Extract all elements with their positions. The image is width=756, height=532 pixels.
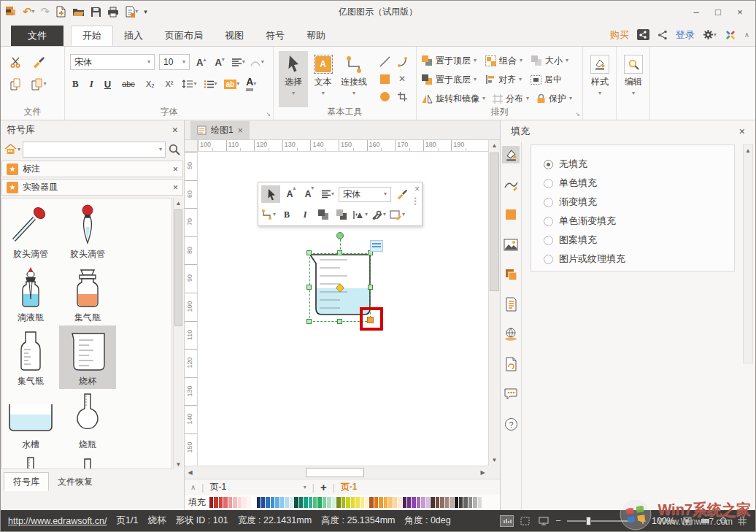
color-swatch[interactable]	[257, 497, 261, 508]
tab-file[interactable]: 文件	[11, 26, 63, 46]
font-dialog-launcher-icon[interactable]: ↘	[266, 111, 271, 117]
fill-option[interactable]: 图片或纹理填充	[544, 250, 734, 269]
select-tool-button[interactable]: 选择▾	[279, 51, 308, 107]
canvas-vertical-scrollbar[interactable]: ▲ ▼	[488, 140, 500, 466]
help-tab-icon[interactable]: ?	[502, 415, 520, 433]
subscript-button[interactable]: X₂	[144, 80, 157, 88]
selection-handle-e[interactable]	[368, 285, 373, 290]
bottom-tab-file-recovery[interactable]: 文件恢复	[49, 472, 101, 491]
tab-page-layout[interactable]: 页面布局	[154, 26, 214, 46]
send-to-back-button[interactable]: 置于底层▾	[422, 74, 477, 86]
mini-shape-style-icon[interactable]: ▾	[390, 206, 405, 223]
comment-tab-icon[interactable]	[502, 385, 520, 403]
mini-connector-icon[interactable]: ▾	[261, 206, 276, 223]
color-swatch[interactable]	[228, 497, 232, 508]
fill-option[interactable]: 无填充	[544, 155, 734, 174]
color-swatch[interactable]	[403, 497, 406, 508]
save-icon[interactable]	[90, 7, 101, 18]
center-button[interactable]: 居中	[531, 74, 562, 86]
font-size-select[interactable]: 10▾	[159, 54, 190, 70]
color-swatch[interactable]	[332, 497, 336, 508]
document-tab-close-icon[interactable]: ×	[238, 126, 243, 136]
symbol-beaker-selected[interactable]: 烧杯	[59, 325, 116, 389]
fit-page-icon[interactable]	[681, 516, 693, 526]
color-swatch[interactable]	[468, 497, 472, 508]
fill-option[interactable]: 单色渐变填充	[544, 212, 734, 231]
symbol-gas-bottle-plain[interactable]: 集气瓶	[2, 325, 59, 389]
color-swatch[interactable]	[478, 497, 482, 508]
page-view-icon[interactable]	[519, 516, 531, 526]
section-annotation-close-icon[interactable]: ×	[173, 164, 178, 174]
superscript-button[interactable]: X²	[163, 80, 175, 88]
underline-button[interactable]: U	[102, 79, 113, 90]
radio-icon[interactable]	[544, 217, 553, 226]
mini-size-icon[interactable]: ▾	[352, 206, 368, 223]
text-tool-button[interactable]: A 文本▾	[308, 51, 337, 107]
color-swatch[interactable]	[313, 497, 317, 508]
hyperlink-tab-icon[interactable]	[502, 325, 520, 343]
picture-tab-icon[interactable]	[502, 236, 520, 253]
undo-icon[interactable]: ↶▾	[23, 5, 35, 18]
text-highlight-icon[interactable]: ab▾	[224, 80, 240, 89]
line-tool-icon[interactable]	[376, 53, 393, 70]
attachment-tab-icon[interactable]	[502, 355, 520, 373]
scroll-up-icon[interactable]: ▲	[489, 140, 500, 151]
radio-icon[interactable]	[544, 179, 553, 188]
group-button[interactable]: 组合▾	[485, 55, 522, 67]
color-swatch[interactable]	[426, 497, 430, 508]
document-tab[interactable]: 绘图1 ×	[190, 121, 250, 139]
scroll-right-icon[interactable]: ▶	[477, 466, 488, 479]
mini-toolbar-grip[interactable]: •••	[413, 197, 417, 206]
color-swatch[interactable]	[346, 497, 350, 508]
format-painter-icon[interactable]	[29, 53, 48, 72]
mini-send-back-icon[interactable]	[334, 206, 349, 223]
rotation-handle[interactable]	[336, 232, 344, 239]
color-swatch[interactable]	[384, 497, 387, 508]
print-icon[interactable]	[107, 7, 119, 18]
scroll-up-icon[interactable]: ▲	[174, 198, 183, 208]
color-swatch[interactable]	[450, 497, 453, 508]
color-swatch[interactable]	[336, 497, 340, 508]
color-swatch[interactable]	[342, 497, 345, 508]
canvas-horizontal-scrollbar[interactable]: ◀ ▶	[185, 466, 488, 479]
tab-symbols[interactable]: 符号	[255, 26, 296, 46]
italic-button[interactable]: I	[88, 78, 96, 90]
color-swatch[interactable]	[459, 497, 463, 508]
bring-to-front-button[interactable]: 置于顶层▾	[422, 55, 477, 67]
color-swatch[interactable]	[440, 497, 444, 508]
copy-icon[interactable]	[6, 74, 25, 93]
arc-tool-icon[interactable]	[393, 53, 411, 70]
grow-font-button[interactable]: A▴	[194, 57, 208, 68]
font-color-icon[interactable]: A▾	[246, 77, 256, 90]
paste-icon[interactable]: ▾	[29, 74, 48, 93]
collapse-ribbon-icon[interactable]: ∧	[744, 31, 749, 39]
align-button[interactable]: 对齐▾	[485, 74, 522, 86]
color-swatch[interactable]	[209, 497, 213, 508]
redo-icon[interactable]: ↷	[41, 5, 50, 18]
selection-handle-se-highlighted[interactable]	[367, 317, 374, 323]
settings-gear-icon[interactable]: ▾	[703, 29, 717, 40]
theme-pinwheel-icon[interactable]	[725, 29, 736, 41]
color-swatch[interactable]	[294, 497, 298, 508]
symbol-round-flask[interactable]: 烧瓶	[59, 389, 116, 452]
color-swatch[interactable]	[360, 497, 364, 508]
radio-icon[interactable]	[544, 198, 553, 207]
color-swatch[interactable]	[266, 497, 269, 508]
line-spacing-icon[interactable]: ▾	[182, 79, 196, 89]
fill-option[interactable]: 图案填充	[544, 231, 734, 250]
share-icon[interactable]	[657, 30, 668, 40]
mini-font-family-select[interactable]: 宋体▾	[339, 187, 391, 202]
color-swatch[interactable]	[398, 497, 401, 508]
protect-button[interactable]: 保护▾	[536, 93, 572, 105]
color-swatch[interactable]	[393, 497, 397, 508]
fill-panel-close-icon[interactable]: ×	[739, 126, 745, 137]
shape-note-icon[interactable]	[370, 240, 383, 252]
symbol-dropper-vertical[interactable]: 胶头滴管	[59, 198, 116, 262]
mini-bold-icon[interactable]: B	[279, 206, 294, 223]
color-swatch[interactable]	[445, 497, 449, 508]
color-swatch[interactable]	[252, 497, 255, 508]
customize-qat-icon[interactable]: ▾	[144, 9, 147, 15]
color-swatch[interactable]	[247, 497, 251, 508]
close-button[interactable]: ×	[729, 4, 751, 20]
edrawsoft-link[interactable]: http://www.edrawsoft.cn/	[8, 516, 107, 526]
